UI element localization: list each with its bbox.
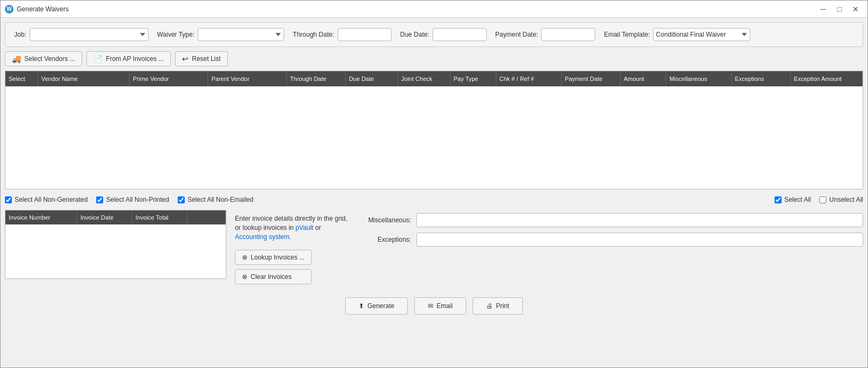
col-invoice-number: Invoice Number xyxy=(5,210,77,224)
lookup-icon: ⊕ xyxy=(242,254,247,261)
waiver-type-label: Waiver Type: xyxy=(157,31,194,38)
waiver-type-group: Waiver Type: xyxy=(157,28,284,41)
col-invoice-date: Invoice Date xyxy=(77,210,132,224)
unselect-all-label[interactable]: Unselect All xyxy=(829,196,863,203)
from-ap-invoices-button[interactable]: 📄 From AP Invoices ... xyxy=(86,51,171,66)
maximize-button[interactable]: □ xyxy=(832,3,847,15)
select-all-group: Select All xyxy=(775,196,811,203)
col-miscellaneous: Miscellaneous xyxy=(666,71,731,86)
miscellaneous-row: Miscellaneous: xyxy=(362,213,863,227)
col-exceptions: Exceptions xyxy=(731,71,790,86)
exceptions-input[interactable] xyxy=(416,233,863,247)
select-all-non-emailed-label[interactable]: Select All Non-Emailed xyxy=(187,196,253,203)
col-due-date: Due Date xyxy=(345,71,398,86)
payment-date-label: Payment Date: xyxy=(495,31,538,38)
clear-icon: ⊗ xyxy=(242,273,247,281)
print-icon: 🖨 xyxy=(486,302,493,310)
bottom-checkboxes: Select All Non-Generated Select All Non-… xyxy=(5,194,863,206)
action-buttons: ⬆ Generate ✉ Email 🖨 Print xyxy=(5,293,863,319)
through-date-label: Through Date: xyxy=(293,31,334,38)
invoice-panel-body xyxy=(5,224,226,278)
main-table: Select Vendor Name Prime Vendor Parent V… xyxy=(5,71,863,86)
top-form: Job: Waiver Type: Through Date: Due Date… xyxy=(5,22,863,47)
col-select: Select xyxy=(5,71,38,86)
col-pay-type: Pay Type xyxy=(450,71,496,86)
job-label: Job: xyxy=(14,31,26,38)
waiver-type-select[interactable] xyxy=(198,28,284,41)
select-all-non-printed-checkbox[interactable] xyxy=(96,196,103,203)
email-button[interactable]: ✉ Email xyxy=(414,297,466,315)
exceptions-label: Exceptions: xyxy=(362,236,411,243)
col-chk-ref: Chk # / Ref # xyxy=(496,71,561,86)
due-date-group: Due Date: xyxy=(400,28,487,41)
select-all-non-emailed-checkbox[interactable] xyxy=(178,196,185,203)
col-invoice-total: Invoice Total xyxy=(132,210,187,224)
invoice-info-text: Enter invoice details directly in the gr… xyxy=(235,214,354,241)
col-invoice-extra xyxy=(187,210,225,224)
select-all-non-emailed-group: Select All Non-Emailed xyxy=(178,196,253,203)
app-icon: W xyxy=(5,5,14,13)
email-template-select[interactable]: Conditional Final Waiver xyxy=(653,28,750,41)
email-icon: ✉ xyxy=(428,302,433,310)
unselect-all-group: Unselect All xyxy=(819,196,863,203)
select-all-non-printed-group: Select All Non-Printed xyxy=(96,196,169,203)
minimize-button[interactable]: ─ xyxy=(816,3,831,15)
select-all-label[interactable]: Select All xyxy=(784,196,811,203)
col-joint-check: Joint Check xyxy=(398,71,450,86)
bottom-section: Invoice Number Invoice Date Invoice Tota… xyxy=(5,210,863,289)
col-parent-vendor: Parent Vendor xyxy=(208,71,286,86)
job-select[interactable] xyxy=(30,28,149,41)
invoice-table: Invoice Number Invoice Date Invoice Tota… xyxy=(5,210,226,224)
misc-section: Miscellaneous: Exceptions: xyxy=(362,210,863,247)
due-date-label: Due Date: xyxy=(400,31,429,38)
title-bar-left: W Generate Waivers xyxy=(5,5,69,13)
generate-icon: ⬆ xyxy=(359,302,364,310)
main-window: W Generate Waivers ─ □ ✕ Job: Waiver Typ… xyxy=(0,0,868,368)
clear-invoices-button[interactable]: ⊗ Clear Invoices xyxy=(235,269,312,284)
main-table-container[interactable]: Select Vendor Name Prime Vendor Parent V… xyxy=(5,71,863,189)
window-controls: ─ □ ✕ xyxy=(816,3,863,15)
close-button[interactable]: ✕ xyxy=(848,3,863,15)
main-content: Job: Waiver Type: Through Date: Due Date… xyxy=(1,18,867,367)
invoice-buttons: ⊕ Lookup Invoices ... ⊗ Clear Invoices xyxy=(235,250,312,284)
col-through-date: Through Date xyxy=(286,71,345,86)
through-date-group: Through Date: xyxy=(293,28,392,41)
generate-button[interactable]: ⬆ Generate xyxy=(345,297,408,315)
payment-date-group: Payment Date: xyxy=(495,28,595,41)
unselect-all-checkbox[interactable] xyxy=(819,196,826,203)
invoice-actions: Enter invoice details directly in the gr… xyxy=(235,210,354,289)
select-all-non-generated-checkbox[interactable] xyxy=(5,196,12,203)
reset-list-button[interactable]: ↩ Reset List xyxy=(175,51,227,66)
col-payment-date: Payment Date xyxy=(561,71,620,86)
select-all-non-generated-group: Select All Non-Generated xyxy=(5,196,88,203)
col-exception-amount: Exception Amount xyxy=(790,71,862,86)
col-prime-vendor: Prime Vendor xyxy=(130,71,208,86)
job-group: Job: xyxy=(14,28,149,41)
lookup-invoices-button[interactable]: ⊕ Lookup Invoices ... xyxy=(235,250,312,265)
right-checks: Select All Unselect All xyxy=(775,196,863,203)
col-vendor-name: Vendor Name xyxy=(38,71,130,86)
invoice-panel: Invoice Number Invoice Date Invoice Tota… xyxy=(5,210,226,279)
miscellaneous-input[interactable] xyxy=(416,213,863,227)
reset-icon: ↩ xyxy=(182,54,189,63)
through-date-input[interactable] xyxy=(338,28,392,41)
col-amount: Amount xyxy=(620,71,666,86)
ap-icon: 📄 xyxy=(93,54,103,63)
select-vendors-button[interactable]: 🚚 Select Vendors ... xyxy=(5,51,82,66)
select-all-checkbox[interactable] xyxy=(775,196,782,203)
due-date-input[interactable] xyxy=(433,28,487,41)
print-button[interactable]: 🖨 Print xyxy=(473,297,523,315)
select-all-non-printed-label[interactable]: Select All Non-Printed xyxy=(106,196,169,203)
select-all-non-generated-label[interactable]: Select All Non-Generated xyxy=(15,196,88,203)
miscellaneous-label: Miscellaneous: xyxy=(362,216,411,224)
vendor-icon: 🚚 xyxy=(12,54,21,63)
toolbar: 🚚 Select Vendors ... 📄 From AP Invoices … xyxy=(5,51,863,66)
window-title: Generate Waivers xyxy=(17,5,69,13)
payment-date-input[interactable] xyxy=(541,28,595,41)
title-bar: W Generate Waivers ─ □ ✕ xyxy=(1,1,867,18)
email-template-group: Email Template: Conditional Final Waiver xyxy=(604,28,750,41)
email-template-label: Email Template: xyxy=(604,31,650,38)
exceptions-row: Exceptions: xyxy=(362,233,863,247)
